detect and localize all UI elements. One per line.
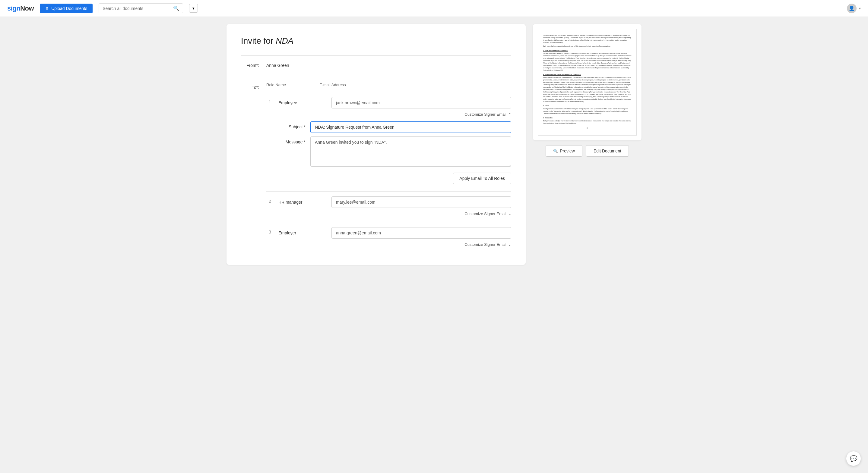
chat-bubble[interactable]: 💬 <box>846 451 861 466</box>
col-header-role: Role Name <box>266 82 315 87</box>
chevron-down-icon-3: ⌄ <box>508 242 511 247</box>
employer-email-input[interactable] <box>332 227 511 239</box>
role-name-2: HR manager <box>278 200 327 205</box>
chevron-down-icon: ▾ <box>192 6 194 10</box>
step-block-1: 1 Employee Customize Signer Email ⌃ <box>266 92 511 191</box>
divider-from <box>241 75 511 75</box>
col-header-email: E-mail Address <box>319 82 511 87</box>
subject-label: Subject * <box>278 122 306 129</box>
doc-page: in this Agreement and require such Repre… <box>538 29 637 136</box>
doc-section-4: 4. Compelled Disclosure of Confidential … <box>543 73 631 76</box>
doc-line-1: in this Agreement and require such Repre… <box>543 34 631 44</box>
preview-icon: 🔍 <box>553 149 558 154</box>
customize-label-3: Customize Signer Email <box>464 242 506 247</box>
right-panel: in this Agreement and require such Repre… <box>533 24 642 265</box>
doc-line-2: Each party shall be responsible for any … <box>543 45 631 47</box>
step-number-3: 3 <box>266 227 274 234</box>
message-textarea[interactable]: Anna Green invited you to sign "NDA". <box>310 136 511 167</box>
edit-document-label: Edit Document <box>593 148 621 154</box>
subject-row: Subject * <box>278 122 511 133</box>
preview-actions: 🔍 Preview Edit Document <box>533 145 642 157</box>
search-input[interactable] <box>102 6 171 11</box>
edit-document-button[interactable]: Edit Document <box>586 145 629 157</box>
header-right: 👤 ▾ <box>847 4 861 13</box>
role-row-3: Employer <box>278 227 511 239</box>
doc-line-5: This Agreement shall remain in effect fo… <box>543 107 631 115</box>
form-panel: Invite for NDA From*: Anna Green To*: Ro… <box>226 24 526 265</box>
avatar-icon: 👤 <box>849 5 855 11</box>
role-row-2: HR manager <box>278 196 511 208</box>
to-label: To*: <box>241 82 259 253</box>
doc-section-5: 5. Term <box>543 105 631 107</box>
divider-top <box>241 56 511 56</box>
doc-line-4: Notwithstanding anything in the foregoin… <box>543 76 631 103</box>
role-name-3: Employer <box>278 231 327 235</box>
customize-label-1: Customize Signer Email <box>464 112 506 116</box>
table-header: Role Name E-mail Address <box>266 82 511 90</box>
logo-sign: sign <box>7 4 20 12</box>
step-content-3: Employer Customize Signer Email ⌄ <box>278 227 511 248</box>
user-dropdown-icon[interactable]: ▾ <box>859 6 861 10</box>
step-content-1: Employee Customize Signer Email ⌃ Subjec… <box>278 97 511 187</box>
preview-button[interactable]: 🔍 Preview <box>546 145 582 157</box>
to-content: Role Name E-mail Address 1 Employee Cust… <box>266 82 511 253</box>
step-number-2: 2 <box>266 196 274 204</box>
chevron-up-icon-1: ⌃ <box>508 112 511 116</box>
step-content-2: HR manager Customize Signer Email ⌄ <box>278 196 511 217</box>
dropdown-button[interactable]: ▾ <box>189 4 198 13</box>
message-label: Message * <box>278 136 306 144</box>
logo[interactable]: signNow <box>7 4 34 12</box>
chat-icon: 💬 <box>850 455 858 462</box>
apply-btn-container: Apply Email To All Roles <box>278 170 511 184</box>
from-value: Anna Green <box>266 63 289 68</box>
apply-email-to-all-roles-button[interactable]: Apply Email To All Roles <box>453 173 511 184</box>
preview-button-label: Preview <box>560 148 575 154</box>
upload-documents-button[interactable]: ⇧ Upload Documents <box>40 4 93 13</box>
header: signNow ⇧ Upload Documents 🔍 ▾ 👤 ▾ <box>0 0 868 17</box>
from-label: From*: <box>241 63 259 68</box>
from-row: From*: Anna Green <box>241 63 511 68</box>
to-section: To*: Role Name E-mail Address 1 Employee <box>241 82 511 253</box>
doc-section-6: 6. Remedies <box>543 116 631 119</box>
role-row-1: Employee <box>278 97 511 108</box>
page-title: Invite for NDA <box>241 36 511 46</box>
customize-signer-1-toggle[interactable]: Customize Signer Email ⌃ <box>278 111 511 118</box>
doc-line-3: The Receiving Party agrees to use the Co… <box>543 52 631 71</box>
hr-manager-email-input[interactable] <box>332 196 511 208</box>
upload-button-label: Upload Documents <box>51 6 87 11</box>
doc-preview: in this Agreement and require such Repre… <box>533 24 642 140</box>
doc-line-6: Both parties acknowledge that the Confid… <box>543 120 631 125</box>
customize-signer-3-toggle[interactable]: Customize Signer Email ⌄ <box>278 241 511 248</box>
subject-input[interactable] <box>310 122 511 133</box>
search-icon: 🔍 <box>173 5 179 11</box>
main-layout: Invite for NDA From*: Anna Green To*: Ro… <box>217 17 651 272</box>
avatar[interactable]: 👤 <box>847 4 857 13</box>
upload-icon: ⇧ <box>45 6 49 11</box>
customize-label-2: Customize Signer Email <box>464 211 506 216</box>
message-row: Message * Anna Green invited you to sign… <box>278 136 511 167</box>
customize-signer-2-toggle[interactable]: Customize Signer Email ⌄ <box>278 210 511 217</box>
doc-page-number: 2 <box>543 127 631 129</box>
logo-now: Now <box>20 4 34 12</box>
step-block-3: 3 Employer Customize Signer Email ⌄ <box>266 222 511 253</box>
chevron-down-icon-2: ⌄ <box>508 212 511 216</box>
role-name-1: Employee <box>278 100 327 105</box>
employee-email-input[interactable] <box>332 97 511 108</box>
customize-expanded-1: Subject * Message * Anna Green invited y… <box>278 118 511 187</box>
doc-section-3: 3. Use of Confidential Information <box>543 49 631 52</box>
step-block-2: 2 HR manager Customize Signer Email ⌄ <box>266 191 511 222</box>
step-number-1: 1 <box>266 97 274 104</box>
search-container: 🔍 <box>99 3 183 13</box>
